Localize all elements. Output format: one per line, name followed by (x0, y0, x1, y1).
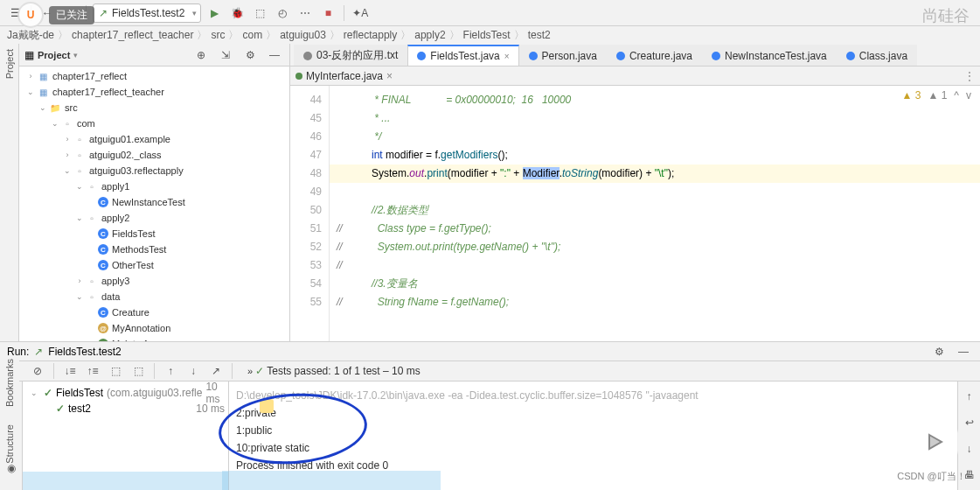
next-icon[interactable]: ↓ (184, 361, 203, 381)
editor-tab[interactable]: 03-反射的应用.txt (294, 45, 407, 66)
svg-marker-0 (929, 435, 942, 449)
tree-row[interactable]: CFieldsTest (19, 226, 289, 242)
scroll-top-icon[interactable]: ↑ (960, 387, 979, 406)
profile-icon[interactable]: ◴ (273, 4, 292, 23)
export-icon[interactable]: ↗ (206, 361, 226, 381)
tree-row[interactable]: IMyInterface (19, 336, 289, 341)
hide-icon[interactable]: — (265, 46, 284, 65)
tree-row[interactable]: CMethodsTest (19, 242, 289, 257)
tree-row[interactable]: ›▫apply3 (19, 273, 289, 289)
tree-row[interactable]: ⌄▫data (19, 289, 289, 304)
test-status: Tests passed: 1 of 1 test – 10 ms (267, 365, 420, 377)
run-config-name: FieldsTest.test2 (48, 346, 121, 358)
test-tree[interactable]: ⌄✓FieldsTest (com.atguigu03.refle10 ms✓t… (23, 382, 229, 490)
tree-row[interactable]: ⌄📁src (19, 100, 289, 116)
show-ignored-icon[interactable]: ⊘ (28, 361, 47, 381)
editor-tab[interactable]: Person.java (519, 45, 607, 66)
project-panel: ▦ Project ▾ ⊕ ⇲ ⚙ — ›▦chapter17_reflect⌄… (19, 44, 290, 341)
panel-title-icon: ▦ (24, 49, 34, 61)
breadcrumb-item[interactable]: src (211, 29, 225, 41)
code-editor[interactable]: 444546474849505152535455 ▲ 3 ▲ 1 ^v * FI… (290, 86, 980, 341)
inspection-badges[interactable]: ▲ 3 ▲ 1 ^v (902, 89, 971, 102)
translate-icon[interactable]: ✦A (351, 4, 370, 23)
test-row[interactable]: ✓test210 ms (23, 401, 228, 416)
tool-window-bar-left: Project (0, 44, 19, 341)
tab-overflow-icon[interactable]: ⋮ (964, 70, 975, 82)
sort2-icon[interactable]: ↑≡ (83, 361, 102, 381)
breadcrumb-item[interactable]: atguigu03 (280, 29, 326, 41)
debug-icon[interactable]: 🐞 (227, 4, 247, 23)
select-opened-icon[interactable]: ⊕ (191, 46, 211, 65)
run-label: Run: (7, 346, 29, 358)
breadcrumb-item[interactable]: Ja戴晓-de (7, 28, 54, 43)
sidebar-tab-bookmarks[interactable]: Bookmarks (4, 359, 15, 407)
tree-row[interactable]: ⌄▦chapter17_reflect_teacher (19, 84, 289, 100)
soft-wrap-icon[interactable]: ↩ (960, 413, 979, 432)
sort-icon[interactable]: ↓≡ (60, 361, 80, 381)
console-line: Process finished with exit code 0 (236, 457, 950, 474)
breadcrumb: Ja戴晓-de〉chapter17_reflect_teacher〉src〉co… (0, 26, 980, 44)
prev-icon[interactable]: ↑ (161, 361, 180, 381)
expand-all-icon[interactable]: ⇲ (216, 46, 235, 65)
editor-tab[interactable]: Class.java (837, 45, 917, 66)
tree-row[interactable]: ⌄▫apply2 (19, 210, 289, 226)
console-line: 2:private (236, 404, 950, 422)
breadcrumb-item[interactable]: reflectapply (344, 29, 397, 41)
run-settings-icon[interactable]: ⚙ (929, 342, 949, 361)
run-tool-window: Run: ↗ FieldsTest.test2 ⚙ — ✓ ⊘ ↓≡ ↑≡ ⬚ … (0, 341, 980, 490)
collapse-icon[interactable]: ⬚ (129, 361, 148, 381)
project-tree[interactable]: ›▦chapter17_reflect⌄▦chapter17_reflect_t… (19, 66, 289, 341)
stop-icon[interactable]: ■ (318, 4, 337, 23)
breadcrumb-item[interactable]: test2 (528, 29, 551, 41)
play-overlay-icon (910, 424, 958, 459)
sidebar-tab-structure[interactable]: Structure (4, 424, 15, 464)
tree-row[interactable]: ⌄▫atguigu03.reflectapply (19, 163, 289, 178)
main-toolbar: ☰ ← → ↗FieldsTest.test2 ▶ 🐞 ⬚ ◴ ⋯ ■ ✦A (0, 0, 980, 26)
scroll-end-icon[interactable]: ↓ (960, 439, 979, 458)
breadcrumb-item[interactable]: chapter17_reflect_teacher (72, 29, 193, 41)
tree-row[interactable]: COtherTest (19, 257, 289, 273)
tree-row[interactable]: ›▦chapter17_reflect (19, 68, 289, 84)
editor-tab[interactable]: Creature.java (607, 45, 702, 66)
run-hide-icon[interactable]: — (954, 342, 973, 361)
editor-tab[interactable]: FieldsTest.java× (407, 45, 518, 66)
tree-row[interactable]: ⌄▫com (19, 116, 289, 131)
tree-row[interactable]: CNewInstanceTest (19, 194, 289, 210)
coverage-icon[interactable]: ⬚ (250, 4, 269, 23)
run-config-combo[interactable]: ↗FieldsTest.test2 (93, 4, 201, 23)
run-icon[interactable]: ▶ (205, 4, 224, 23)
console-line: 1:public (236, 422, 950, 439)
tree-row[interactable]: CCreature (19, 304, 289, 320)
editor-tabs: 03-反射的应用.txtFieldsTest.java×Person.javaC… (290, 44, 980, 66)
tree-row[interactable]: @MyAnnotation (19, 320, 289, 336)
breadcrumb-item[interactable]: apply2 (414, 29, 445, 41)
breadcrumb-item[interactable]: FieldsTest (463, 29, 511, 41)
settings-icon[interactable]: ⚙ (240, 46, 260, 65)
editor-area: 03-反射的应用.txtFieldsTest.java×Person.javaC… (290, 44, 980, 341)
tree-row[interactable]: ›▫atguigu01.example (19, 131, 289, 147)
watermark-channel: 尚硅谷 (922, 5, 970, 26)
console-line: 10:private static (236, 439, 950, 457)
editor-tab[interactable]: NewInstanceTest.java (702, 45, 837, 66)
watermark-avatar: U 已关注 (17, 2, 94, 28)
expand-icon[interactable]: ⬚ (106, 361, 125, 381)
watermark-csdn: CSDN @叮当！* (897, 470, 970, 483)
breadcrumb-item[interactable]: com (242, 29, 262, 41)
tree-row[interactable]: ›▫atguigu02._class (19, 147, 289, 163)
test-row[interactable]: ⌄✓FieldsTest (com.atguigu03.refle10 ms (23, 385, 228, 401)
console-output[interactable]: D:\develop_tools\JDK\jdk-17.0.2\bin\java… (229, 382, 957, 490)
sub-tab[interactable]: MyInterface.java × (295, 70, 393, 82)
sidebar-tab-project[interactable]: Project (4, 49, 15, 79)
more-run-icon[interactable]: ⋯ (295, 4, 315, 23)
console-line: D:\develop_tools\JDK\jdk-17.0.2\bin\java… (236, 387, 950, 404)
project-panel-title: Project (38, 50, 70, 60)
tree-row[interactable]: ⌄▫apply1 (19, 178, 289, 194)
